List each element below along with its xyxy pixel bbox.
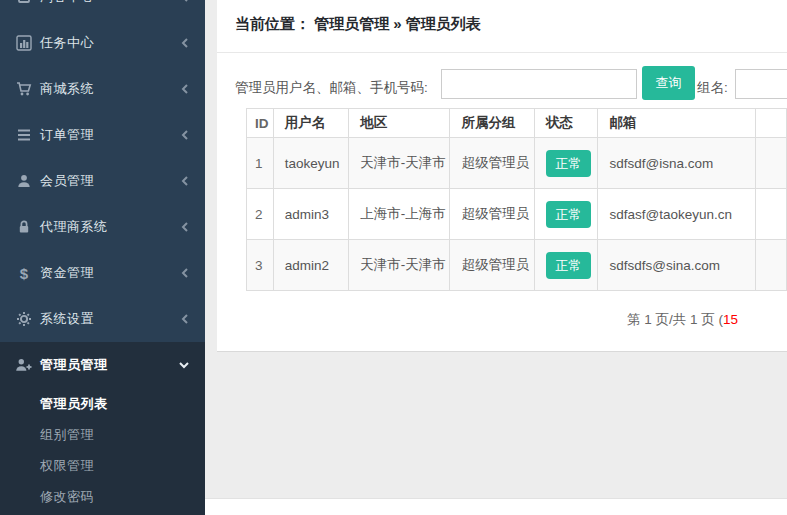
search-button[interactable]: 查询: [642, 66, 695, 100]
sidebar-item-agent-system[interactable]: 代理商系统: [0, 204, 205, 250]
cell-region: 上海市-上海市: [349, 189, 450, 240]
cell-region: 天津市-天津市: [349, 240, 450, 291]
cell-extra: [756, 240, 787, 291]
chevron-left-icon: [179, 174, 191, 188]
breadcrumb: 当前位置： 管理员管理 » 管理员列表: [235, 15, 481, 34]
submenu-item-label: 修改密码: [40, 488, 94, 506]
sidebar-item-mall-system[interactable]: 商城系统: [0, 66, 205, 112]
sidebar: 淘客中心 任务中心 商城系统: [0, 0, 205, 515]
breadcrumb-divider: [217, 52, 787, 53]
column-header-region: 地区: [349, 109, 450, 138]
cart-icon: [14, 81, 34, 97]
cell-username: admin3: [273, 189, 349, 240]
chevron-left-icon: [179, 36, 191, 50]
column-header-extra: [756, 109, 787, 138]
column-header-username: 用户名: [273, 109, 349, 138]
pagination-summary: 第 1 页/共 1 页 (15: [627, 311, 738, 329]
status-badge: 正常: [546, 201, 591, 228]
pagination-record-count: 15: [723, 312, 738, 327]
cell-username: admin2: [273, 240, 349, 291]
keyword-filter-label: 管理员用户名、邮箱、手机号码:: [235, 79, 428, 97]
cell-group: 超级管理员: [450, 189, 534, 240]
column-header-id: ID: [247, 109, 274, 138]
cell-username: taokeyun: [273, 138, 349, 189]
submenu-item-change-password[interactable]: 修改密码: [0, 481, 205, 512]
cell-group: 超级管理员: [450, 138, 534, 189]
cell-extra: [756, 138, 787, 189]
sidebar-item-label: 会员管理: [40, 172, 94, 190]
sidebar-item-label: 管理员管理: [40, 356, 108, 374]
chevron-left-icon: [179, 0, 191, 4]
table-row: 2 admin3 上海市-上海市 超级管理员 正常 sdfasf@taokeyu…: [247, 189, 787, 240]
submenu-item-label: 组别管理: [40, 426, 94, 444]
status-badge: 正常: [546, 252, 591, 279]
sidebar-item-member-management[interactable]: 会员管理: [0, 158, 205, 204]
submenu-item-admin-list[interactable]: 管理员列表: [0, 388, 205, 419]
chevron-left-icon: [179, 312, 191, 326]
pagination-text: 第 1 页/共 1 页 (: [627, 312, 723, 327]
submenu-item-label: 管理员列表: [40, 395, 108, 413]
chevron-left-icon: [179, 266, 191, 280]
sidebar-item-taoke-center[interactable]: 淘客中心: [0, 0, 205, 20]
squares-icon: [14, 0, 34, 5]
bar-chart-icon: [14, 35, 34, 51]
sidebar-item-label: 资金管理: [40, 264, 94, 282]
sidebar-item-label: 商城系统: [40, 80, 94, 98]
chevron-left-icon: [179, 220, 191, 234]
cell-group: 超级管理员: [450, 240, 534, 291]
cell-status: 正常: [534, 138, 598, 189]
cell-extra: [756, 189, 787, 240]
sidebar-item-label: 淘客中心: [40, 0, 94, 6]
user-plus-icon: [14, 357, 34, 373]
sidebar-item-admin-management[interactable]: 管理员管理: [0, 342, 205, 388]
submenu-item-group-management[interactable]: 组别管理: [0, 419, 205, 450]
sidebar-item-label: 订单管理: [40, 126, 94, 144]
cell-id: 1: [247, 138, 274, 189]
sidebar-item-label: 任务中心: [40, 34, 94, 52]
sidebar-item-task-center[interactable]: 任务中心: [0, 20, 205, 66]
dollar-icon: $: [14, 265, 34, 282]
chevron-left-icon: [179, 128, 191, 142]
sidebar-item-funds-management[interactable]: $ 资金管理: [0, 250, 205, 296]
sidebar-item-label: 系统设置: [40, 310, 94, 328]
group-filter-label: 组名:: [697, 79, 728, 97]
submenu-item-permission-management[interactable]: 权限管理: [0, 450, 205, 481]
admin-page: 淘客中心 任务中心 商城系统: [0, 0, 787, 515]
group-input[interactable]: [735, 69, 787, 99]
table-row: 3 admin2 天津市-天津市 超级管理员 正常 sdfsdfs@sina.c…: [247, 240, 787, 291]
cell-email: sdfasf@taokeyun.cn: [598, 189, 756, 240]
column-header-status: 状态: [534, 109, 598, 138]
table-row: 1 taokeyun 天津市-天津市 超级管理员 正常 sdfsdf@isna.…: [247, 138, 787, 189]
submenu-item-label: 权限管理: [40, 457, 94, 475]
gear-icon: [14, 311, 34, 327]
cell-email: sdfsdf@isna.com: [598, 138, 756, 189]
column-header-email: 邮箱: [598, 109, 756, 138]
chevron-left-icon: [179, 82, 191, 96]
cell-region: 天津市-天津市: [349, 138, 450, 189]
list-icon: [14, 127, 34, 143]
cell-email: sdfsdfs@sina.com: [598, 240, 756, 291]
status-badge: 正常: [546, 150, 591, 177]
user-icon: [14, 173, 34, 189]
chevron-down-icon: [177, 359, 191, 371]
cell-status: 正常: [534, 189, 598, 240]
footer-strip: [205, 498, 787, 515]
column-header-group: 所属分组: [450, 109, 534, 138]
sidebar-item-system-settings[interactable]: 系统设置: [0, 296, 205, 342]
sidebar-item-label: 代理商系统: [40, 218, 108, 236]
cell-status: 正常: [534, 240, 598, 291]
lock-icon: [14, 219, 34, 235]
cell-id: 3: [247, 240, 274, 291]
admin-table: ID 用户名 地区 所属分组 状态 邮箱 1 taokeyun 天津市-天津市 …: [246, 108, 787, 291]
keyword-input[interactable]: [441, 69, 637, 99]
cell-id: 2: [247, 189, 274, 240]
table-header-row: ID 用户名 地区 所属分组 状态 邮箱: [247, 109, 787, 138]
sidebar-item-order-management[interactable]: 订单管理: [0, 112, 205, 158]
